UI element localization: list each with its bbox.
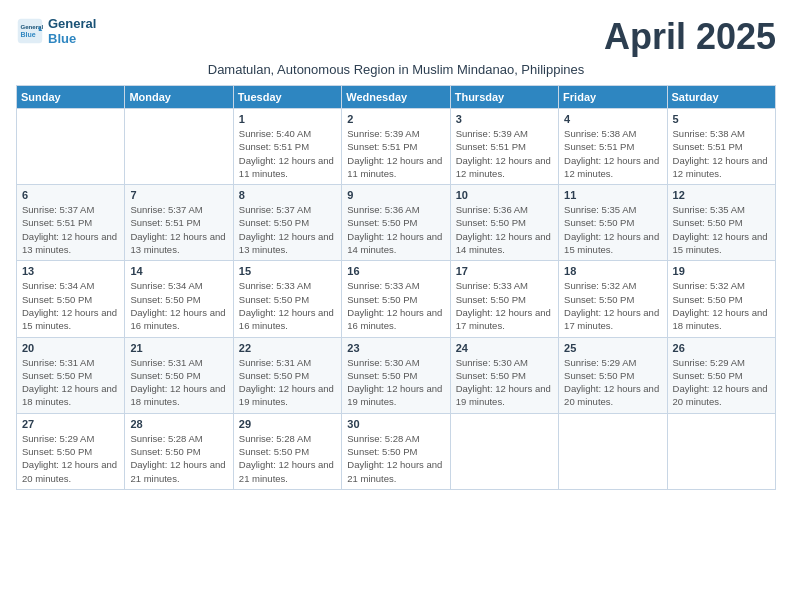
day-number: 28: [130, 418, 227, 430]
day-info: Sunrise: 5:37 AMSunset: 5:50 PMDaylight:…: [239, 203, 336, 256]
day-number: 2: [347, 113, 444, 125]
calendar-cell: 28 Sunrise: 5:28 AMSunset: 5:50 PMDaylig…: [125, 413, 233, 489]
day-number: 17: [456, 265, 553, 277]
day-number: 8: [239, 189, 336, 201]
day-number: 19: [673, 265, 770, 277]
calendar-cell: 24 Sunrise: 5:30 AMSunset: 5:50 PMDaylig…: [450, 337, 558, 413]
calendar-cell: 17 Sunrise: 5:33 AMSunset: 5:50 PMDaylig…: [450, 261, 558, 337]
day-info: Sunrise: 5:29 AMSunset: 5:50 PMDaylight:…: [564, 356, 661, 409]
day-info: Sunrise: 5:35 AMSunset: 5:50 PMDaylight:…: [673, 203, 770, 256]
calendar-week-row: 1 Sunrise: 5:40 AMSunset: 5:51 PMDayligh…: [17, 109, 776, 185]
calendar-cell: 10 Sunrise: 5:36 AMSunset: 5:50 PMDaylig…: [450, 185, 558, 261]
calendar-cell: [667, 413, 775, 489]
calendar-cell: [559, 413, 667, 489]
calendar-cell: 25 Sunrise: 5:29 AMSunset: 5:50 PMDaylig…: [559, 337, 667, 413]
calendar-cell: 2 Sunrise: 5:39 AMSunset: 5:51 PMDayligh…: [342, 109, 450, 185]
day-number: 30: [347, 418, 444, 430]
logo-text: General Blue: [48, 16, 96, 46]
day-info: Sunrise: 5:38 AMSunset: 5:51 PMDaylight:…: [673, 127, 770, 180]
calendar-cell: 19 Sunrise: 5:32 AMSunset: 5:50 PMDaylig…: [667, 261, 775, 337]
day-number: 29: [239, 418, 336, 430]
day-info: Sunrise: 5:37 AMSunset: 5:51 PMDaylight:…: [22, 203, 119, 256]
calendar-cell: 26 Sunrise: 5:29 AMSunset: 5:50 PMDaylig…: [667, 337, 775, 413]
calendar-cell: 9 Sunrise: 5:36 AMSunset: 5:50 PMDayligh…: [342, 185, 450, 261]
calendar-cell: 3 Sunrise: 5:39 AMSunset: 5:51 PMDayligh…: [450, 109, 558, 185]
day-info: Sunrise: 5:39 AMSunset: 5:51 PMDaylight:…: [347, 127, 444, 180]
day-number: 22: [239, 342, 336, 354]
day-number: 7: [130, 189, 227, 201]
day-info: Sunrise: 5:36 AMSunset: 5:50 PMDaylight:…: [456, 203, 553, 256]
day-number: 5: [673, 113, 770, 125]
day-info: Sunrise: 5:37 AMSunset: 5:51 PMDaylight:…: [130, 203, 227, 256]
day-info: Sunrise: 5:30 AMSunset: 5:50 PMDaylight:…: [347, 356, 444, 409]
day-info: Sunrise: 5:40 AMSunset: 5:51 PMDaylight:…: [239, 127, 336, 180]
weekday-header: Wednesday: [342, 86, 450, 109]
calendar-cell: 27 Sunrise: 5:29 AMSunset: 5:50 PMDaylig…: [17, 413, 125, 489]
calendar-cell: 6 Sunrise: 5:37 AMSunset: 5:51 PMDayligh…: [17, 185, 125, 261]
calendar-cell: 14 Sunrise: 5:34 AMSunset: 5:50 PMDaylig…: [125, 261, 233, 337]
day-info: Sunrise: 5:29 AMSunset: 5:50 PMDaylight:…: [22, 432, 119, 485]
weekday-header: Saturday: [667, 86, 775, 109]
day-info: Sunrise: 5:30 AMSunset: 5:50 PMDaylight:…: [456, 356, 553, 409]
day-info: Sunrise: 5:29 AMSunset: 5:50 PMDaylight:…: [673, 356, 770, 409]
calendar-cell: [17, 109, 125, 185]
day-number: 25: [564, 342, 661, 354]
calendar-cell: 4 Sunrise: 5:38 AMSunset: 5:51 PMDayligh…: [559, 109, 667, 185]
page-header: General Blue General Blue April 2025: [16, 16, 776, 58]
calendar-cell: 11 Sunrise: 5:35 AMSunset: 5:50 PMDaylig…: [559, 185, 667, 261]
logo-icon: General Blue: [16, 17, 44, 45]
weekday-header: Friday: [559, 86, 667, 109]
day-info: Sunrise: 5:31 AMSunset: 5:50 PMDaylight:…: [130, 356, 227, 409]
calendar-cell: 12 Sunrise: 5:35 AMSunset: 5:50 PMDaylig…: [667, 185, 775, 261]
day-number: 10: [456, 189, 553, 201]
day-info: Sunrise: 5:28 AMSunset: 5:50 PMDaylight:…: [239, 432, 336, 485]
day-info: Sunrise: 5:36 AMSunset: 5:50 PMDaylight:…: [347, 203, 444, 256]
weekday-header: Thursday: [450, 86, 558, 109]
weekday-header: Monday: [125, 86, 233, 109]
calendar-cell: 29 Sunrise: 5:28 AMSunset: 5:50 PMDaylig…: [233, 413, 341, 489]
day-info: Sunrise: 5:39 AMSunset: 5:51 PMDaylight:…: [456, 127, 553, 180]
day-number: 11: [564, 189, 661, 201]
day-number: 18: [564, 265, 661, 277]
weekday-header: Sunday: [17, 86, 125, 109]
day-info: Sunrise: 5:32 AMSunset: 5:50 PMDaylight:…: [673, 279, 770, 332]
day-number: 27: [22, 418, 119, 430]
calendar-week-row: 27 Sunrise: 5:29 AMSunset: 5:50 PMDaylig…: [17, 413, 776, 489]
day-number: 20: [22, 342, 119, 354]
calendar-cell: [125, 109, 233, 185]
month-title: April 2025: [604, 16, 776, 58]
calendar-cell: 22 Sunrise: 5:31 AMSunset: 5:50 PMDaylig…: [233, 337, 341, 413]
calendar-cell: 1 Sunrise: 5:40 AMSunset: 5:51 PMDayligh…: [233, 109, 341, 185]
day-info: Sunrise: 5:34 AMSunset: 5:50 PMDaylight:…: [22, 279, 119, 332]
calendar-cell: 30 Sunrise: 5:28 AMSunset: 5:50 PMDaylig…: [342, 413, 450, 489]
day-info: Sunrise: 5:33 AMSunset: 5:50 PMDaylight:…: [456, 279, 553, 332]
calendar-subtitle: Damatulan, Autonomous Region in Muslim M…: [16, 62, 776, 77]
weekday-header: Tuesday: [233, 86, 341, 109]
day-info: Sunrise: 5:28 AMSunset: 5:50 PMDaylight:…: [130, 432, 227, 485]
day-info: Sunrise: 5:38 AMSunset: 5:51 PMDaylight:…: [564, 127, 661, 180]
day-number: 23: [347, 342, 444, 354]
calendar-week-row: 6 Sunrise: 5:37 AMSunset: 5:51 PMDayligh…: [17, 185, 776, 261]
calendar-cell: 21 Sunrise: 5:31 AMSunset: 5:50 PMDaylig…: [125, 337, 233, 413]
day-number: 24: [456, 342, 553, 354]
day-number: 4: [564, 113, 661, 125]
calendar-cell: 15 Sunrise: 5:33 AMSunset: 5:50 PMDaylig…: [233, 261, 341, 337]
day-number: 13: [22, 265, 119, 277]
calendar-cell: 18 Sunrise: 5:32 AMSunset: 5:50 PMDaylig…: [559, 261, 667, 337]
day-number: 14: [130, 265, 227, 277]
day-number: 26: [673, 342, 770, 354]
day-number: 9: [347, 189, 444, 201]
day-number: 15: [239, 265, 336, 277]
day-number: 1: [239, 113, 336, 125]
day-number: 3: [456, 113, 553, 125]
calendar-cell: 20 Sunrise: 5:31 AMSunset: 5:50 PMDaylig…: [17, 337, 125, 413]
svg-text:Blue: Blue: [20, 31, 35, 38]
day-info: Sunrise: 5:32 AMSunset: 5:50 PMDaylight:…: [564, 279, 661, 332]
calendar-cell: 16 Sunrise: 5:33 AMSunset: 5:50 PMDaylig…: [342, 261, 450, 337]
day-info: Sunrise: 5:33 AMSunset: 5:50 PMDaylight:…: [239, 279, 336, 332]
day-number: 12: [673, 189, 770, 201]
calendar-cell: [450, 413, 558, 489]
day-info: Sunrise: 5:31 AMSunset: 5:50 PMDaylight:…: [239, 356, 336, 409]
calendar-cell: 5 Sunrise: 5:38 AMSunset: 5:51 PMDayligh…: [667, 109, 775, 185]
calendar-week-row: 20 Sunrise: 5:31 AMSunset: 5:50 PMDaylig…: [17, 337, 776, 413]
